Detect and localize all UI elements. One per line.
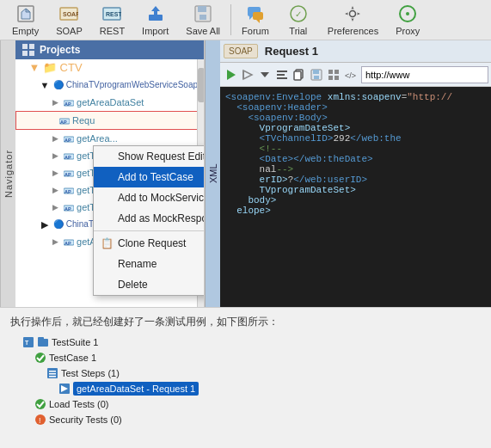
url-input[interactable] bbox=[361, 66, 488, 83]
svg-marker-44 bbox=[261, 72, 269, 77]
svg-rect-54 bbox=[334, 70, 339, 74]
tree-label-service1: 🔵 ChinaTVprogramWebServiceSoap bbox=[53, 78, 198, 92]
toolbar-save-all[interactable]: Save All bbox=[177, 0, 229, 40]
left-panel-title: Projects bbox=[40, 44, 80, 56]
right-section: XML SOAP Request 1 bbox=[205, 40, 491, 307]
request-step-icon bbox=[58, 383, 71, 395]
svg-rect-60 bbox=[38, 339, 48, 347]
bt-testcase-label: TestCase 1 bbox=[49, 351, 96, 365]
svg-text:AP: AP bbox=[64, 172, 71, 177]
bt-security-tests[interactable]: ! Security Tests (0) bbox=[10, 412, 481, 427]
navigator-tab[interactable]: Navigator bbox=[0, 40, 15, 307]
bt-testsuite-label: TestSuite 1 bbox=[52, 335, 98, 349]
bt-load-tests[interactable]: Load Tests (0) bbox=[10, 396, 481, 412]
soap-icon: SOAP bbox=[58, 3, 79, 24]
tree-node-method1[interactable]: ▶ AP getAreaDataSet bbox=[15, 94, 204, 111]
bt-teststeps[interactable]: Test Steps (1) bbox=[10, 365, 481, 381]
trial-label: Trial bbox=[289, 26, 307, 36]
toolbar-empty[interactable]: Empty bbox=[3, 0, 47, 40]
xml-line-4: VprogramDateSet> bbox=[225, 123, 486, 133]
toolbar-soap[interactable]: SOAP SOAP bbox=[47, 0, 91, 40]
tree-node-method2[interactable]: ▶ AP getArea... bbox=[15, 130, 204, 147]
xml-content[interactable]: <soapenv:Envelope xmlns:soapenv="http://… bbox=[220, 87, 491, 307]
import-label: Import bbox=[142, 26, 169, 36]
svg-rect-24 bbox=[29, 51, 34, 56]
soap-label: SOAP bbox=[56, 26, 83, 36]
svg-point-69 bbox=[35, 399, 46, 409]
svg-text:AP: AP bbox=[64, 101, 71, 107]
ctx-rename-label: Rename bbox=[118, 258, 157, 270]
toolbar-import[interactable]: Import bbox=[133, 0, 177, 40]
svg-text:AP: AP bbox=[64, 189, 71, 194]
clone-icon: 📋 bbox=[99, 237, 114, 249]
tree-node-request[interactable]: AP Requ bbox=[15, 111, 204, 130]
bt-testsuite[interactable]: T TestSuite 1 bbox=[10, 334, 481, 350]
ctx-show-editor-label: Show Request Editor bbox=[118, 150, 204, 163]
down-button[interactable] bbox=[258, 65, 272, 84]
right-panel: SOAP Request 1 bbox=[220, 40, 491, 307]
bt-request-step[interactable]: getAreaDataSet - Request 1 bbox=[10, 381, 481, 396]
ctx-rename[interactable]: Rename F2 bbox=[94, 254, 204, 274]
svg-rect-64 bbox=[49, 371, 56, 372]
toolbar-rest[interactable]: REST REST bbox=[91, 0, 133, 40]
soap-badge: SOAP bbox=[224, 44, 258, 58]
xml-line-2: <soapenv:Header> bbox=[225, 102, 486, 113]
svg-rect-65 bbox=[49, 373, 56, 375]
svg-text:AP: AP bbox=[60, 120, 67, 125]
svg-rect-21 bbox=[22, 44, 28, 49]
svg-rect-55 bbox=[328, 76, 333, 80]
testsuite-icon: T bbox=[22, 336, 34, 348]
ctx-add-testcase[interactable]: Add to TestCase Ctrl+Alt+A bbox=[94, 167, 204, 187]
xml-side-tab[interactable]: XML bbox=[205, 40, 220, 307]
toolbar-proxy[interactable]: Proxy bbox=[387, 0, 428, 40]
xml-line-6: <!-- bbox=[225, 144, 486, 154]
grid-tool-button[interactable] bbox=[327, 65, 341, 84]
stop-button[interactable] bbox=[241, 65, 255, 84]
ctx-delete[interactable]: Delete Delete bbox=[94, 274, 204, 295]
main-layout: Navigator Projects ▼ 📁 CTV ▼ 🔵 ChinaTVpr bbox=[0, 40, 491, 307]
bottom-section: 执行操作后，就已经创建好了一条测试用例，如下图所示： T TestSuite 1… bbox=[0, 307, 491, 429]
forum-label: Forum bbox=[242, 26, 269, 36]
bottom-info-text: 执行操作后，就已经创建好了一条测试用例，如下图所示： bbox=[0, 308, 491, 333]
svg-text:✓: ✓ bbox=[295, 9, 302, 19]
svg-text:AP: AP bbox=[64, 241, 71, 246]
xml-line-9: erID>?</web:userID> bbox=[225, 175, 486, 185]
toolbar-trial[interactable]: ✓ Trial bbox=[278, 0, 319, 40]
toolbar-preferences[interactable]: Preferences bbox=[319, 0, 387, 40]
grid-icon bbox=[22, 44, 34, 56]
svg-text:!: ! bbox=[39, 416, 41, 425]
svg-text:AP: AP bbox=[64, 206, 71, 212]
request-toolbar: </> bbox=[220, 63, 491, 87]
tree-container[interactable]: ▼ 📁 CTV ▼ 🔵 ChinaTVprogramWebServiceSoap… bbox=[15, 59, 204, 307]
svg-rect-66 bbox=[49, 376, 56, 377]
xml-line-3: <soapenv:Body> bbox=[225, 113, 486, 123]
ctx-show-editor[interactable]: Show Request Editor Enter bbox=[94, 146, 204, 167]
xml-tool-button[interactable]: </> bbox=[344, 65, 358, 84]
right-panel-header: SOAP Request 1 bbox=[220, 40, 491, 63]
svg-point-18 bbox=[350, 11, 356, 17]
save-button[interactable] bbox=[310, 65, 323, 84]
svg-rect-47 bbox=[277, 77, 287, 79]
scrollbar-thumb[interactable] bbox=[198, 68, 204, 102]
svg-rect-56 bbox=[334, 76, 339, 80]
svg-marker-2 bbox=[26, 9, 30, 12]
ctx-add-mock[interactable]: Add to MockService bbox=[94, 187, 204, 208]
copy-button[interactable] bbox=[292, 65, 306, 84]
tree-label-ctv: 📁 CTV bbox=[43, 61, 83, 75]
bt-request-step-label: getAreaDataSet - Request 1 bbox=[73, 382, 199, 396]
svg-text:</>: </> bbox=[345, 71, 356, 80]
xml-line-10: TVprogramDateSet> bbox=[225, 185, 486, 195]
save-all-icon bbox=[193, 3, 213, 24]
play-button[interactable] bbox=[224, 65, 237, 84]
tree-node-service1[interactable]: ▼ 🔵 ChinaTVprogramWebServiceSoap bbox=[15, 77, 204, 94]
ctx-add-mock-step[interactable]: Add as MockResponse Step bbox=[94, 208, 204, 229]
steps-icon bbox=[46, 367, 58, 379]
svg-rect-49 bbox=[294, 71, 301, 80]
svg-rect-10 bbox=[198, 6, 206, 12]
format-button[interactable] bbox=[275, 65, 289, 84]
toolbar-forum[interactable]: Forum bbox=[233, 0, 278, 40]
bt-testcase[interactable]: TestCase 1 bbox=[10, 350, 481, 365]
ctx-clone[interactable]: 📋 Clone Request F9 bbox=[94, 233, 204, 254]
tree-node-ctv[interactable]: ▼ 📁 CTV bbox=[15, 59, 204, 77]
load-tests-icon bbox=[34, 398, 46, 410]
